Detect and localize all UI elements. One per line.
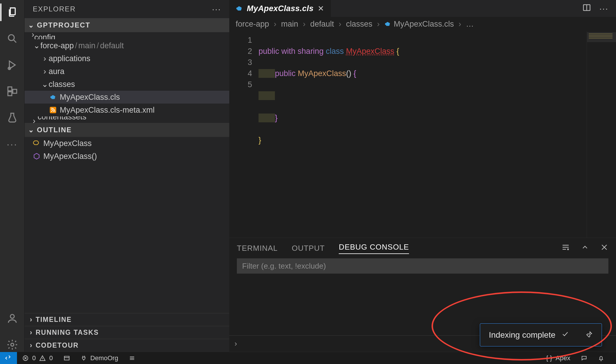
- outline-tree: MyApexClass MyApexClass(): [25, 137, 229, 163]
- check-icon: [561, 330, 569, 340]
- braces-icon: { }: [546, 354, 552, 362]
- chevron-down-icon: ⌄: [28, 126, 35, 134]
- status-warnings-count: 0: [49, 354, 53, 362]
- editor-column: MyApexClass.cls ✕ ··· force-app› main› d…: [229, 0, 616, 352]
- code-area[interactable]: public with sharing class MyApexClass { …: [259, 31, 587, 238]
- tree-cutoff-bottom: › contentassets: [25, 116, 229, 123]
- svg-rect-4: [13, 89, 16, 93]
- svg-rect-2: [8, 87, 12, 91]
- section-header-outline[interactable]: ⌄ OUTLINE: [25, 123, 229, 137]
- notification-text: Indexing complete: [489, 330, 555, 340]
- panel-tab-terminal[interactable]: TERMINAL: [237, 244, 278, 253]
- section-header-running-tasks[interactable]: ›RUNNING TASKS: [25, 326, 229, 339]
- status-feedback-icon[interactable]: [576, 352, 593, 364]
- tree-folder-aura[interactable]: › aura: [25, 65, 229, 78]
- panel-tab-output[interactable]: OUTPUT: [292, 244, 325, 253]
- pin-icon[interactable]: [586, 330, 593, 340]
- status-default-org[interactable]: DemoOrg: [75, 352, 124, 364]
- remote-indicator-icon[interactable]: [0, 352, 17, 364]
- tree-file-myapexclass-meta-xml[interactable]: MyApexClass.cls-meta.xml: [25, 104, 229, 116]
- sidebar-title: EXPLORER: [33, 5, 76, 13]
- activity-overflow-icon[interactable]: ···: [5, 137, 19, 151]
- activity-testing-icon[interactable]: [5, 111, 19, 125]
- breadcrumb-overflow[interactable]: …: [466, 20, 474, 29]
- tree-folder-force-app[interactable]: ⌄ force-app/main/default: [25, 39, 229, 52]
- split-editor-icon[interactable]: [582, 3, 591, 14]
- minimap[interactable]: [587, 31, 616, 238]
- status-bar: 0 0 DemoOrg { } Apex: [0, 352, 616, 364]
- tree-file-myapexclass-cls[interactable]: MyApexClass.cls: [25, 91, 229, 104]
- breadcrumb-seg[interactable]: force-app: [236, 20, 269, 29]
- activity-accounts-icon[interactable]: [5, 311, 19, 325]
- tree-folder-applications[interactable]: › applications: [25, 52, 229, 65]
- status-language-mode[interactable]: { } Apex: [541, 352, 576, 364]
- tabs-actions: ···: [582, 0, 616, 17]
- panel-tab-debug-console[interactable]: DEBUG CONSOLE: [339, 243, 409, 254]
- status-language-label: Apex: [556, 354, 570, 362]
- line-gutter: 1 2 3 4 5: [229, 31, 259, 238]
- outline-item-constructor[interactable]: MyApexClass(): [25, 150, 229, 163]
- tab-myapexclass[interactable]: MyApexClass.cls ✕: [229, 0, 331, 17]
- tree-folder-classes[interactable]: ⌄ classes: [25, 78, 229, 91]
- salesforce-cloud-icon: [236, 6, 243, 11]
- notification-toast[interactable]: Indexing complete: [480, 323, 602, 346]
- editor-body[interactable]: 1 2 3 4 5 public with sharing class MyAp…: [229, 31, 616, 238]
- activity-settings-gear-icon[interactable]: [5, 338, 19, 352]
- svg-point-0: [8, 35, 14, 41]
- section-header-codetour[interactable]: ›CODETOUR: [25, 339, 229, 352]
- tab-label: MyApexClass.cls: [247, 4, 314, 13]
- svg-point-5: [10, 315, 14, 318]
- salesforce-cloud-icon: [49, 93, 57, 101]
- close-panel-icon[interactable]: [600, 243, 608, 253]
- status-org-name: DemoOrg: [90, 354, 118, 362]
- file-tree: › config ⌄ force-app/main/default › appl…: [25, 32, 229, 123]
- activity-explorer-icon[interactable]: [5, 5, 19, 19]
- symbol-class-icon: [33, 140, 40, 147]
- svg-point-6: [11, 343, 14, 346]
- panel-tabs: TERMINAL OUTPUT DEBUG CONSOLE: [229, 238, 616, 258]
- activity-run-debug-icon[interactable]: [5, 58, 19, 72]
- outline-title: OUTLINE: [37, 126, 72, 134]
- breadcrumb-seg[interactable]: MyApexClass.cls: [394, 20, 454, 29]
- breadcrumb-seg[interactable]: default: [310, 20, 334, 29]
- chevron-right-icon: ›: [30, 341, 33, 349]
- clear-console-icon[interactable]: [562, 243, 570, 253]
- svg-rect-11: [64, 356, 69, 360]
- chevron-up-icon[interactable]: [581, 243, 589, 253]
- breadcrumb-seg[interactable]: main: [281, 20, 298, 29]
- chevron-right-icon: ›: [235, 339, 237, 348]
- chevron-right-icon: ›: [30, 329, 33, 336]
- minimap-viewport[interactable]: [587, 32, 616, 42]
- chevron-right-icon: ›: [30, 316, 33, 324]
- outline-item-class[interactable]: MyApexClass: [25, 137, 229, 150]
- section-header-timeline[interactable]: ›TIMELINE: [25, 313, 229, 326]
- tree-cutoff-top: › config: [25, 32, 229, 39]
- project-name: GPTPROJECT: [37, 21, 90, 29]
- sidebar-title-row: EXPLORER ···: [25, 0, 229, 18]
- debug-console-filter-input[interactable]: Filter (e.g. text, !exclude): [237, 258, 608, 274]
- breadcrumbs[interactable]: force-app› main› default› classes› MyApe…: [229, 17, 616, 31]
- symbol-method-icon: [33, 152, 40, 160]
- status-menu-icon[interactable]: [124, 352, 141, 364]
- warning-icon: [39, 355, 46, 361]
- activity-extensions-icon[interactable]: [5, 84, 19, 98]
- salesforce-cloud-icon: [384, 22, 391, 26]
- rss-icon: [49, 106, 57, 114]
- activity-bar: ···: [0, 0, 24, 352]
- status-errors-count: 0: [32, 354, 36, 362]
- filter-placeholder: Filter (e.g. text, !exclude): [242, 262, 326, 271]
- chevron-down-icon: ⌄: [28, 21, 35, 29]
- svg-point-8: [51, 111, 52, 112]
- status-layout-icon[interactable]: [58, 352, 75, 364]
- sidebar-overflow-icon[interactable]: ···: [212, 4, 221, 14]
- section-header-project[interactable]: ⌄ GPTPROJECT: [25, 18, 229, 32]
- status-problems[interactable]: 0 0: [17, 352, 58, 364]
- overflow-icon[interactable]: ···: [599, 4, 608, 13]
- svg-rect-3: [8, 92, 12, 96]
- close-icon[interactable]: ✕: [318, 4, 324, 13]
- workbench: ··· EXPLORER ··· ⌄ GPTPROJECT › config ⌄…: [0, 0, 616, 352]
- activity-search-icon[interactable]: [5, 32, 19, 46]
- editor-tabs: MyApexClass.cls ✕ ···: [229, 0, 616, 17]
- status-bell-icon[interactable]: [593, 352, 610, 364]
- breadcrumb-seg[interactable]: classes: [346, 20, 372, 29]
